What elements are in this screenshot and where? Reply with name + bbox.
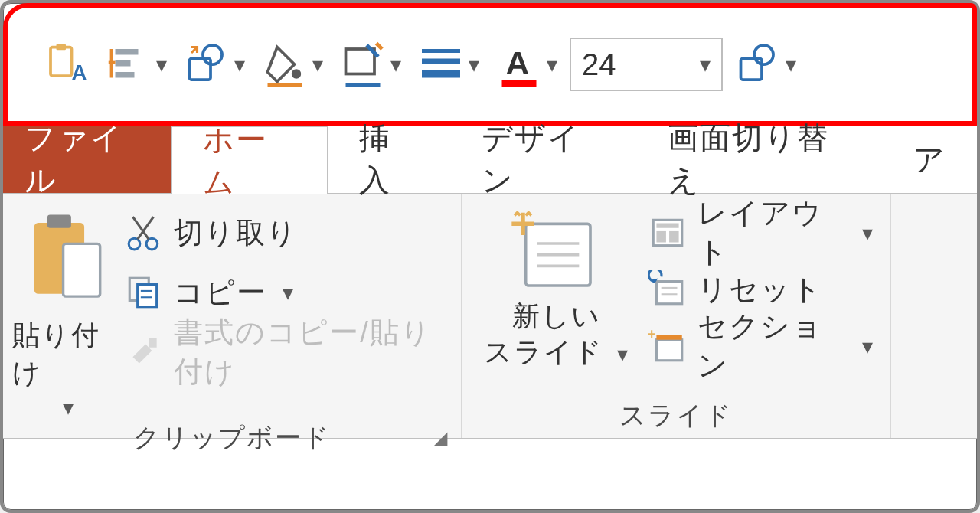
change-shape-button[interactable]: ▾ (179, 34, 250, 95)
format-painter-label: 書式のコピー/貼り付け (174, 313, 446, 391)
shape-outline-button[interactable]: ▾ (335, 34, 406, 95)
chevron-down-icon: ▾ (469, 52, 479, 77)
svg-rect-9 (268, 83, 302, 87)
group-label-slides: スライド (619, 398, 733, 433)
scissors-icon (125, 214, 163, 252)
svg-rect-1 (57, 44, 67, 51)
tab-insert[interactable]: 挿入 (328, 126, 451, 193)
line-weight-button[interactable]: ▾ (413, 34, 484, 95)
chevron-down-icon: ▾ (617, 342, 629, 366)
group-label-clipboard: クリップボード (133, 420, 331, 456)
align-objects-button[interactable]: ▾ (101, 34, 172, 95)
svg-rect-14 (422, 70, 460, 78)
new-slide-label-1: 新しい (512, 300, 601, 332)
svg-rect-13 (422, 59, 460, 65)
svg-rect-20 (47, 215, 71, 228)
dialog-launcher-icon[interactable]: ◢ (433, 427, 449, 449)
svg-rect-41 (656, 335, 681, 339)
chevron-down-icon: ▾ (786, 52, 796, 77)
format-painter-button[interactable]: 書式のコピー/貼り付け (125, 329, 446, 375)
paste-label: 貼り付け (12, 317, 119, 392)
paste-button[interactable]: 貼り付け ▾ (12, 202, 119, 420)
chevron-down-icon: ▾ (862, 221, 874, 246)
chevron-down-icon: ▾ (390, 52, 401, 77)
svg-point-8 (292, 69, 302, 79)
cut-button[interactable]: 切り取り (125, 210, 446, 256)
group-clipboard: 貼り付け ▾ 切り取り (3, 194, 462, 438)
paste-text-only-icon[interactable]: A (38, 34, 93, 95)
svg-point-18 (754, 45, 773, 64)
chevron-down-icon: ▾ (312, 52, 323, 77)
app-frame: A ▾ ▾ (0, 0, 980, 513)
svg-point-22 (129, 238, 140, 250)
layout-button[interactable]: レイアウト ▾ (648, 210, 874, 256)
paintbrush-icon (125, 333, 163, 371)
svg-rect-3 (116, 49, 139, 55)
svg-rect-0 (51, 47, 72, 77)
font-size-value: 24 (582, 47, 616, 82)
font-color-button[interactable]: A ▾ (492, 34, 562, 95)
reset-icon (648, 270, 687, 309)
copy-icon (125, 273, 163, 312)
new-slide-button[interactable]: 新しい スライド ▾ (472, 202, 642, 397)
svg-point-23 (146, 238, 158, 250)
chevron-down-icon: ▾ (700, 52, 710, 77)
layout-label: レイアウト (697, 194, 847, 272)
edit-shape-button[interactable]: ▾ (730, 34, 801, 95)
shape-fill-button[interactable]: ▾ (257, 34, 328, 95)
chevron-down-icon: ▾ (862, 334, 874, 359)
svg-rect-36 (669, 231, 679, 243)
svg-point-7 (203, 45, 222, 64)
chevron-down-icon: ▾ (283, 280, 295, 306)
svg-rect-40 (656, 340, 681, 361)
copy-label: コピー (174, 273, 267, 312)
ribbon-tabs: ファイル ホーム 挿入 デザイン 画面切り替え ア (3, 126, 977, 194)
tab-transitions[interactable]: 画面切り替え (637, 126, 883, 193)
chevron-down-icon: ▾ (156, 52, 167, 77)
svg-rect-35 (656, 231, 666, 243)
new-slide-icon (511, 210, 603, 294)
chevron-down-icon: ▾ (234, 52, 245, 77)
svg-rect-25 (138, 285, 157, 307)
tab-home[interactable]: ホーム (171, 126, 328, 194)
section-icon (648, 327, 687, 365)
ribbon-home: 貼り付け ▾ 切り取り (3, 194, 977, 439)
svg-rect-5 (116, 72, 135, 78)
svg-rect-10 (346, 49, 375, 74)
svg-rect-21 (63, 243, 100, 296)
reset-label: リセット (697, 270, 823, 309)
svg-rect-16 (502, 80, 537, 87)
svg-text:A: A (506, 45, 530, 81)
section-label: セクション (697, 307, 847, 385)
svg-rect-37 (656, 282, 681, 304)
section-button[interactable]: セクション ▾ (648, 323, 874, 369)
group-slides: 新しい スライド ▾ レイアウト ▾ (462, 194, 891, 438)
svg-text:A: A (72, 60, 87, 84)
chevron-down-icon: ▾ (63, 395, 74, 420)
clipboard-icon (24, 210, 108, 309)
tab-file[interactable]: ファイル (3, 126, 171, 193)
quick-access-toolbar: A ▾ ▾ (3, 3, 977, 126)
cut-label: 切り取り (174, 214, 298, 253)
svg-rect-34 (656, 224, 678, 228)
svg-rect-4 (116, 60, 131, 67)
new-slide-label-2: スライド (484, 336, 603, 368)
reset-button[interactable]: リセット (648, 266, 874, 312)
svg-rect-12 (422, 49, 460, 53)
chevron-down-icon: ▾ (547, 52, 557, 77)
layout-icon (648, 214, 687, 252)
svg-rect-11 (346, 83, 381, 87)
svg-rect-28 (149, 338, 156, 348)
font-size-input[interactable]: 24 ▾ (570, 38, 723, 91)
copy-button[interactable]: コピー ▾ (125, 270, 446, 315)
tab-animations[interactable]: ア (883, 126, 977, 193)
tab-design[interactable]: デザイン (451, 126, 637, 193)
